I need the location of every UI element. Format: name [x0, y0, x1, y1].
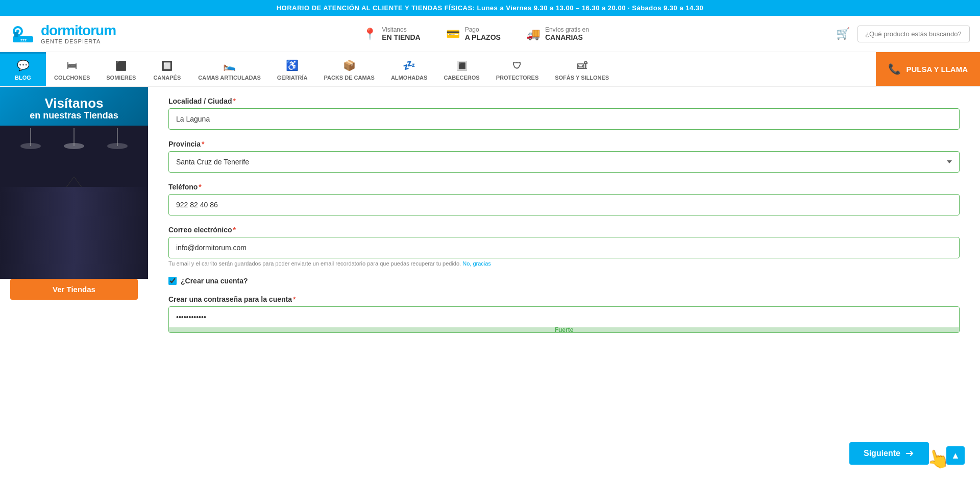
svg-rect-7	[0, 228, 148, 279]
brand-name: dormitorum	[41, 23, 116, 39]
svg-text:zzz: zzz	[20, 38, 27, 42]
siguiente-button[interactable]: Siguiente	[849, 442, 929, 465]
blog-icon	[17, 59, 30, 72]
brand-tagline: GENTE DESPIERTA	[41, 38, 116, 44]
nav-item-cabeceros[interactable]: CABECEROS	[435, 52, 487, 86]
localidad-label: Localidad / Ciudad*	[168, 97, 960, 105]
envios-label: Envíos gratis en	[545, 26, 589, 33]
nav-cta-button[interactable]: PULSA Y LLAMA	[876, 52, 980, 86]
header-info: Visitanos EN TIENDA Pago A PLAZOS Envíos…	[136, 26, 816, 41]
password-group: Crear una contraseña para la cuenta* Fue…	[168, 295, 960, 333]
nav-label-almohadas: ALMOHADAS	[391, 75, 428, 81]
nav-label-protectores: PROTECTORES	[496, 75, 539, 81]
email-input[interactable]	[168, 237, 960, 258]
store-banner: Visítanos en nuestras Tiendas	[0, 87, 148, 126]
scroll-top-icon: ▲	[951, 450, 960, 461]
pago-sub: A PLAZOS	[465, 33, 501, 41]
cabeceros-icon	[456, 59, 468, 72]
nav-label-colchones: COLCHONES	[54, 75, 90, 81]
telefono-group: Teléfono*	[168, 183, 960, 215]
shipping-icon	[526, 27, 540, 41]
svg-line-9	[74, 177, 148, 279]
visitanos-label: Visitanos	[382, 26, 420, 33]
top-banner: HORARIO DE ATENCIÓN AL CLIENTE Y TIENDAS…	[0, 0, 980, 16]
create-account-label[interactable]: ¿Crear una cuenta?	[181, 277, 248, 285]
password-strength-bar: Fuerte	[169, 327, 959, 332]
nav-item-camas[interactable]: CAMAS ARTICULADAS	[190, 52, 268, 86]
logo-area: zzz dormitorum GENTE DESPIERTA	[10, 21, 116, 46]
arrow-right-icon	[904, 448, 915, 459]
logo-icon: zzz	[10, 21, 36, 46]
telefono-input[interactable]	[168, 194, 960, 215]
provincia-label: Provincia*	[168, 140, 960, 148]
telefono-label: Teléfono*	[168, 183, 960, 191]
banner-line2: en nuestras Tiendas	[5, 111, 143, 121]
svg-line-8	[0, 177, 74, 279]
nav-item-protectores[interactable]: PROTECTORES	[488, 52, 547, 86]
password-wrapper: Fuerte	[168, 306, 960, 333]
top-banner-text: HORARIO DE ATENCIÓN AL CLIENTE Y TIENDAS…	[277, 4, 704, 12]
nav-label-camas: CAMAS ARTICULADAS	[198, 75, 260, 81]
nav-label-blog: BLOG	[15, 75, 31, 81]
sidebar: Visítanos en nuestras Tiendas	[0, 87, 148, 480]
cart-icon[interactable]: 🛒	[836, 27, 850, 40]
svg-rect-18	[92, 241, 133, 250]
pago-text: Pago A PLAZOS	[465, 26, 501, 41]
envios-sub: CANARIAS	[545, 33, 589, 41]
siguiente-label: Siguiente	[864, 449, 900, 458]
logo-text: dormitorum GENTE DESPIERTA	[41, 23, 116, 45]
nav-label-sofas: SOFÁS Y SILLONES	[555, 75, 609, 81]
protectores-icon	[512, 59, 522, 72]
nav-item-almohadas[interactable]: ALMOHADAS	[383, 52, 436, 86]
create-account-row: ¿Crear una cuenta?	[168, 277, 960, 285]
svg-rect-10	[10, 202, 51, 211]
nav-label-cabeceros: CABECEROS	[444, 75, 479, 81]
visitanos-text: Visitanos EN TIENDA	[382, 26, 420, 41]
svg-rect-11	[10, 215, 51, 224]
packs-icon	[343, 59, 356, 72]
svg-rect-12	[10, 228, 51, 237]
somieres-icon	[115, 59, 127, 72]
canapes-icon	[161, 59, 173, 72]
nav-item-somieres[interactable]: SOMIERES	[98, 52, 144, 86]
phone-icon	[888, 63, 901, 75]
email-group: Correo electrónico* Tu email y el carrit…	[168, 226, 960, 267]
header: zzz dormitorum GENTE DESPIERTA Visitanos…	[0, 16, 980, 52]
search-input[interactable]	[857, 26, 970, 42]
colchones-icon	[67, 59, 77, 72]
svg-rect-17	[92, 228, 133, 237]
nav-cta-label: PULSA Y LLAMA	[906, 65, 968, 74]
svg-rect-15	[92, 202, 133, 211]
sofas-icon	[577, 59, 587, 72]
nav-bar: BLOG COLCHONES SOMIERES CANAPÉS CAMAS AR…	[0, 52, 980, 87]
ver-tiendas-button[interactable]: Ver Tiendas	[10, 279, 138, 300]
svg-rect-14	[10, 253, 51, 262]
form-area: Localidad / Ciudad* Provincia* Santa Cru…	[148, 87, 980, 480]
nav-item-geriatria[interactable]: GERIATRÍA	[269, 52, 316, 86]
envios-info: Envíos gratis en CANARIAS	[526, 26, 589, 41]
email-hint-link[interactable]: No, gracias	[462, 260, 491, 267]
scroll-top-button[interactable]: ▲	[946, 446, 965, 465]
localidad-input[interactable]	[168, 108, 960, 130]
svg-rect-16	[92, 215, 133, 224]
provincia-group: Provincia* Santa Cruz de Tenerife Las Pa…	[168, 140, 960, 173]
email-hint: Tu email y el carrito serán guardados pa…	[168, 260, 960, 267]
pago-info: Pago A PLAZOS	[446, 26, 501, 41]
nav-item-colchones[interactable]: COLCHONES	[46, 52, 98, 86]
svg-rect-13	[10, 241, 51, 250]
camas-icon	[223, 59, 236, 72]
password-strength-label: Fuerte	[552, 323, 577, 333]
password-label: Crear una contraseña para la cuenta*	[168, 295, 960, 303]
provincia-select[interactable]: Santa Cruz de Tenerife Las Palmas	[168, 151, 960, 173]
create-account-checkbox[interactable]	[168, 277, 177, 285]
payment-icon	[446, 27, 460, 41]
nav-label-somieres: SOMIERES	[106, 75, 136, 81]
nav-item-sofas[interactable]: SOFÁS Y SILLONES	[547, 52, 617, 86]
nav-item-packs[interactable]: PACKS DE CAMAS	[315, 52, 382, 86]
nav-item-canapes[interactable]: CANAPÉS	[144, 52, 190, 86]
geriatria-icon	[286, 59, 299, 72]
pago-label: Pago	[465, 26, 501, 33]
nav-label-geriatria: GERIATRÍA	[277, 75, 308, 81]
localidad-group: Localidad / Ciudad*	[168, 97, 960, 130]
nav-item-blog[interactable]: BLOG	[0, 52, 46, 86]
